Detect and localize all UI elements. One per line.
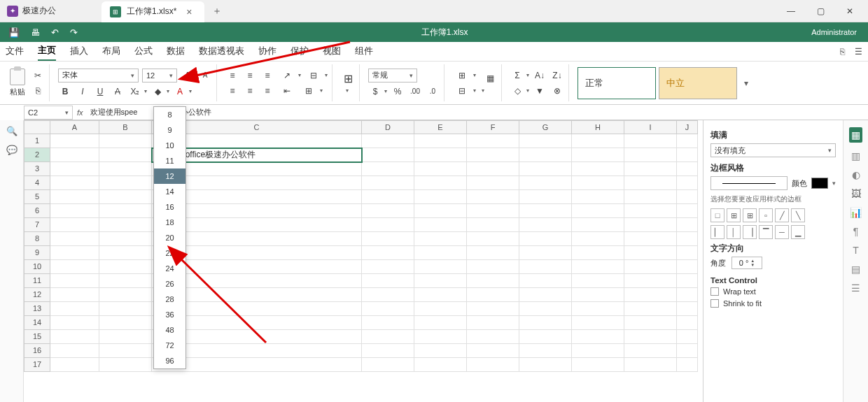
font-size-option-20[interactable]: 20 [154,230,186,245]
font-size-option-12[interactable]: 12 [154,168,186,184]
cell-D7[interactable] [362,218,414,232]
border-color-swatch[interactable] [811,178,828,189]
col-header-A[interactable]: A [50,120,99,134]
cell-G13[interactable] [519,302,572,316]
cell-settings-icon[interactable]: ▦ [849,127,862,143]
cell-G14[interactable] [519,316,572,330]
cell-H12[interactable] [572,288,624,302]
cut-icon[interactable]: ✂ [31,69,45,82]
border-top-button[interactable]: ▔ [759,225,773,239]
cell-H3[interactable] [572,162,624,176]
cell-A15[interactable] [50,330,99,344]
cell-I8[interactable] [624,232,677,246]
cell-G4[interactable] [519,176,572,190]
cell-F7[interactable] [467,218,519,232]
cell-D15[interactable] [362,330,414,344]
save-icon[interactable]: 💾 [8,27,20,38]
filter-button[interactable]: ▼ [533,85,547,97]
shrink-checkbox[interactable] [710,299,719,308]
sort-desc-button[interactable]: Z↓ [550,69,564,82]
cell-D10[interactable] [362,260,414,274]
cell-A3[interactable] [50,162,99,176]
cell-H15[interactable] [572,330,624,344]
paragraph-icon[interactable]: ¶ [853,226,859,237]
border-all-button[interactable]: ⊞ [743,208,757,222]
style-normal[interactable]: 正常 [578,67,656,99]
align-middle-icon[interactable]: ≡ [243,69,257,82]
cell-E15[interactable] [414,330,467,344]
cell-E5[interactable] [414,190,467,204]
cell-D13[interactable] [362,302,414,316]
cell-G11[interactable] [519,274,572,288]
row-header-12[interactable]: 12 [24,288,50,302]
cell-H9[interactable] [572,246,624,260]
align-left-icon[interactable]: ≡ [225,85,239,97]
cell-G2[interactable] [519,148,572,162]
menu-item-4[interactable]: 公式 [134,43,153,60]
image-icon[interactable]: 🖼 [851,188,861,199]
font-size-option-24[interactable]: 24 [154,261,186,276]
cell-E16[interactable] [414,344,467,358]
formula-input[interactable]: 欢迎使用spee 速办公软件 [88,107,868,117]
cell-I12[interactable] [624,288,677,302]
paste-button[interactable]: 粘贴 [10,69,25,97]
cell-A17[interactable] [50,358,99,372]
cell-D4[interactable] [362,176,414,190]
cell-A16[interactable] [50,344,99,358]
cell-I2[interactable] [624,148,677,162]
style-neutral[interactable]: 中立 [659,67,737,99]
cell-F11[interactable] [467,274,519,288]
cell-B11[interactable] [99,274,152,288]
add-tab-button[interactable]: ＋ [210,5,224,17]
cell-D5[interactable] [362,190,414,204]
cell-B4[interactable] [99,176,152,190]
cell-E6[interactable] [414,204,467,218]
cell-J6[interactable] [677,204,698,218]
font-size-option-36[interactable]: 36 [154,307,186,322]
font-size-dropdown[interactable]: 89101112141618202224262836487296 [153,106,186,369]
cell-F5[interactable] [467,190,519,204]
print-icon[interactable]: 🖶 [31,27,40,38]
border-outer-button[interactable]: □ [710,208,724,222]
row-header-7[interactable]: 7 [24,218,50,232]
cell-B6[interactable] [99,204,152,218]
undo-icon[interactable]: ↶ [51,27,59,38]
cell-F14[interactable] [467,316,519,330]
cell-I17[interactable] [624,358,677,372]
cell-G6[interactable] [519,204,572,218]
font-size-option-9[interactable]: 9 [154,122,186,138]
cell-F4[interactable] [467,176,519,190]
number-format-select[interactable]: 常规 ▾ [368,69,417,82]
col-header-D[interactable]: D [362,120,414,134]
cell-E11[interactable] [414,274,467,288]
font-size-option-16[interactable]: 16 [154,199,186,215]
cell-I10[interactable] [624,260,677,274]
menu-item-8[interactable]: 保护 [290,43,309,60]
currency-button[interactable]: $ [368,85,382,98]
menu-item-2[interactable]: 插入 [70,43,88,60]
cell-F13[interactable] [467,302,519,316]
cell-E17[interactable] [414,358,467,372]
row-header-8[interactable]: 8 [24,232,50,246]
cell-B1[interactable] [99,134,152,148]
percent-button[interactable]: % [391,85,405,98]
cell-D14[interactable] [362,316,414,330]
align-bottom-icon[interactable]: ≡ [260,69,274,82]
cell-H13[interactable] [572,302,624,316]
cell-J15[interactable] [677,330,698,344]
cell-E12[interactable] [414,288,467,302]
row-header-11[interactable]: 11 [24,274,50,288]
wrap-checkbox[interactable] [710,287,719,296]
doc-tab-active[interactable]: ⊞ 工作簿1.xlsx* × [102,1,204,22]
cell-H6[interactable] [572,204,624,218]
cell-G16[interactable] [519,344,572,358]
cell-F2[interactable] [467,148,519,162]
font-size-option-14[interactable]: 14 [154,184,186,199]
cell-E3[interactable] [414,162,467,176]
subscript-button[interactable]: X₂ [128,85,142,98]
cell-D12[interactable] [362,288,414,302]
spreadsheet-grid[interactable]: ABCDEFGHIJ 12用speedoffice极速办公软件345678910… [24,120,703,402]
cell-I1[interactable] [624,134,677,148]
cell-J17[interactable] [677,358,698,372]
cell-D16[interactable] [362,344,414,358]
